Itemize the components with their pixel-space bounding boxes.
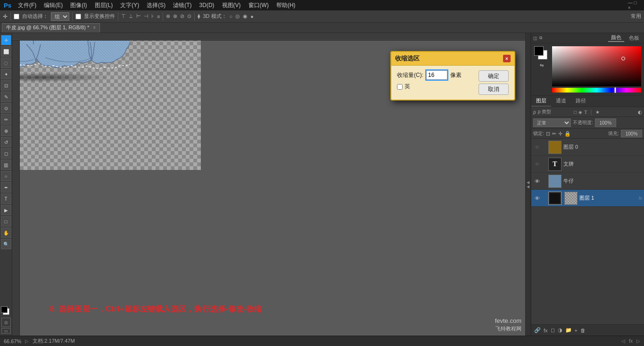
marquee-tool[interactable]: ⬜ [1, 46, 11, 57]
brush-tool[interactable]: ✏ [1, 114, 11, 125]
lock-transparent-icon[interactable]: ⊡ [546, 131, 550, 137]
fx-icon[interactable]: fx [629, 338, 633, 344]
preview-checkbox[interactable] [397, 84, 403, 90]
layer-item-3[interactable]: 👁 图层 1 fx [531, 190, 644, 207]
distrib-icon3[interactable]: ⊘ [180, 13, 184, 19]
layer-item-2[interactable]: 👁 牛仔 [531, 173, 644, 190]
layer-visibility-eye-3[interactable]: 👁 [533, 194, 541, 202]
align-left-icon[interactable]: ⊣ [144, 13, 149, 19]
eyedropper-tool[interactable]: ✎ [1, 92, 11, 102]
3d-icon4[interactable]: ● [250, 14, 254, 19]
shrink-input[interactable] [426, 70, 447, 80]
right-header-icon2[interactable]: ⧉ [539, 35, 542, 41]
mode-3d-icon[interactable]: ⧫ [198, 13, 200, 19]
layers-icon-adj[interactable]: ◈ [578, 110, 582, 115]
layer-delete-btn[interactable]: 🗑 [580, 328, 586, 333]
layers-icon-square[interactable]: □ [574, 110, 577, 115]
zoom-tool[interactable]: 🔍 [1, 239, 11, 249]
text-tool[interactable]: T [1, 194, 11, 204]
menu-file[interactable]: 文件(F) [14, 0, 40, 10]
menu-filter[interactable]: 滤镜(T) [169, 0, 195, 10]
fg-bg-color-swatch[interactable] [1, 306, 11, 317]
layer-item-0[interactable]: 👁 图层 0 [531, 139, 644, 156]
channels-tab[interactable]: 通道 [551, 96, 571, 107]
lasso-tool[interactable]: ◌ [1, 58, 11, 68]
menu-layer[interactable]: 图层(L) [91, 0, 117, 10]
fg-bg-swatch[interactable] [534, 46, 549, 61]
swap-colors-icon[interactable]: ⇆ [534, 63, 549, 68]
distrib-icon1[interactable]: ⊕ [166, 13, 170, 19]
doc-tab-close[interactable]: × [93, 25, 96, 30]
quick-mask-btn[interactable]: ◎ [1, 318, 11, 327]
layer-visibility-eye-1[interactable]: 👁 [533, 160, 541, 168]
3d-icon3[interactable]: ◉ [243, 13, 248, 19]
layers-toggle-icon[interactable]: ◐ [638, 110, 642, 115]
layers-tab[interactable]: 图层 [531, 96, 551, 107]
distrib-icon4[interactable]: ⊙ [187, 13, 191, 19]
shape-tool[interactable]: □ [1, 216, 11, 227]
confirm-button[interactable]: 确定 [479, 70, 509, 82]
blend-mode-select[interactable]: 正常 [533, 118, 571, 127]
menu-view[interactable]: 视图(V) [218, 0, 245, 10]
lock-move-icon[interactable]: ✛ [558, 131, 562, 137]
color-tab-label[interactable]: 颜色 [608, 34, 624, 42]
show-controls-checkbox[interactable] [75, 14, 81, 19]
dodge-tool[interactable]: ○ [1, 171, 11, 181]
layer-item-1[interactable]: 👁 T 文牌 [531, 156, 644, 173]
gradient-tool[interactable]: ▥ [1, 160, 11, 170]
auto-select-dropdown[interactable]: 组 [51, 12, 69, 21]
right-header-icon1[interactable]: ◫ [533, 36, 537, 41]
cancel-button[interactable]: 取消 [479, 84, 509, 95]
nav-right-icon[interactable]: ▷ [636, 338, 640, 344]
pen-tool[interactable]: ✒ [1, 182, 11, 193]
paths-tab[interactable]: 路径 [571, 96, 591, 107]
lock-all-icon[interactable]: 🔒 [564, 131, 571, 137]
layers-icon-effect[interactable]: ★ [595, 110, 600, 115]
eraser-tool[interactable]: ◻ [1, 148, 11, 159]
nav-left-icon[interactable]: ◁ [621, 338, 625, 344]
lock-paint-icon[interactable]: ✏ [552, 131, 556, 137]
hand-tool[interactable]: ✋ [1, 228, 11, 238]
menu-select[interactable]: 选择(S) [143, 0, 169, 10]
auto-select-checkbox[interactable] [14, 14, 19, 19]
clone-tool[interactable]: ⊕ [1, 126, 11, 136]
menu-window[interactable]: 窗口(W) [245, 0, 272, 10]
menu-edit[interactable]: 编辑(E) [40, 0, 66, 10]
layer-visibility-eye-0[interactable]: 👁 [533, 143, 541, 151]
spot-heal-tool[interactable]: ⊙ [1, 103, 11, 113]
color-gradient-area[interactable] [552, 46, 641, 93]
layers-icon-text[interactable]: T [584, 110, 587, 115]
wand-tool[interactable]: ✦ [1, 69, 11, 79]
align-bottom-icon[interactable]: ⊢ [136, 13, 141, 19]
path-select-tool[interactable]: ▶ [1, 205, 11, 215]
menu-help[interactable]: 帮助(H) [272, 0, 299, 10]
screen-mode-btn[interactable]: ▭ [1, 328, 11, 334]
layer-visibility-eye-2[interactable]: 👁 [533, 177, 541, 185]
menu-3d[interactable]: 3D(D) [196, 1, 218, 9]
layer-mask-btn[interactable]: ◻ [551, 327, 555, 333]
dialog-close-btn[interactable]: × [503, 55, 511, 62]
layer-style-btn[interactable]: fx [544, 328, 548, 333]
layer-group-btn[interactable]: 📁 [565, 327, 572, 333]
3d-icon2[interactable]: ◎ [235, 13, 240, 19]
align-right-icon[interactable]: ≡ [157, 14, 160, 19]
panel-collapse-btn[interactable]: ◀◀ [525, 33, 531, 336]
doc-tab[interactable]: 牛皮.jpg @ 66.7% (图层 1, RGB/8) * × [2, 23, 100, 33]
layer-new-btn[interactable]: + [575, 328, 578, 333]
align-vcenter-icon[interactable]: ⊥ [129, 13, 133, 19]
fill-input[interactable] [621, 130, 642, 137]
layer-adj-btn[interactable]: ◑ [558, 327, 562, 333]
history-brush-tool[interactable]: ↺ [1, 137, 11, 147]
menu-text[interactable]: 文字(Y) [116, 0, 143, 10]
menu-image[interactable]: 图像(I) [66, 0, 91, 10]
layer-link-btn[interactable]: 🔗 [534, 327, 541, 333]
move-tool[interactable]: ✛ [1, 35, 11, 45]
swatch-tab-label[interactable]: 色板 [626, 34, 642, 42]
align-top-icon[interactable]: ⊤ [121, 13, 126, 19]
3d-icon1[interactable]: ○ [230, 14, 233, 19]
hue-slider[interactable] [552, 88, 641, 93]
distrib-icon2[interactable]: ⊗ [173, 13, 177, 19]
opacity-input[interactable] [595, 118, 616, 127]
layers-icon-pin[interactable]: ⋮ [589, 110, 594, 115]
align-hcenter-icon[interactable]: ⊦ [151, 13, 154, 19]
